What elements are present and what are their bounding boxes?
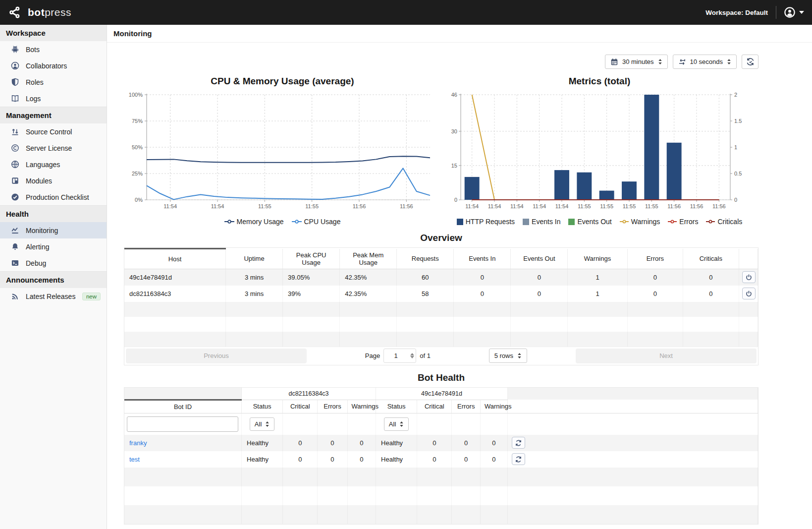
overview-col-warnings[interactable]: Warnings xyxy=(568,249,627,269)
overview-row-49c14e78491d: 49c14e78491d3 mins39.05%42.35%6000100 xyxy=(124,269,758,286)
sidebar-item-modules[interactable]: Modules xyxy=(0,173,107,189)
svg-text:15: 15 xyxy=(451,163,457,169)
refresh-interval-select[interactable]: 10 seconds xyxy=(673,55,737,69)
metrics-chart: 015304600.511.5211:5411:5411:5411:5411:5… xyxy=(441,91,753,214)
refresh-bot-button[interactable] xyxy=(512,437,525,449)
bot-health-cell: 0 xyxy=(318,435,347,451)
bot-health-cell: 0 xyxy=(318,451,347,468)
legend-http-requests[interactable]: HTTP Requests xyxy=(457,218,515,226)
new-badge: new xyxy=(82,293,101,300)
botpress-brand[interactable]: botpress xyxy=(8,5,71,19)
calendar-icon xyxy=(610,58,618,66)
svg-text:11:55: 11:55 xyxy=(600,203,613,209)
legend-warnings[interactable]: Warnings xyxy=(620,218,660,226)
sidebar-item-label: Modules xyxy=(26,177,52,185)
overview-cell: 0 xyxy=(683,286,739,302)
bot-health-col-status-5[interactable]: Status xyxy=(376,400,417,413)
overview-col-peak-cpu-usage[interactable]: Peak CPU Usage xyxy=(283,249,340,269)
previous-page-button[interactable]: Previous xyxy=(126,349,307,363)
cpu-memory-chart-title: CPU & Memory Usage (average) xyxy=(124,76,441,87)
bot-health-cell: Healthy xyxy=(376,435,417,451)
overview-pagination: Previous Page of 1 5 rows Next xyxy=(124,347,758,365)
sidebar-item-latest-releases[interactable]: Latest Releasesnew xyxy=(0,288,107,304)
svg-text:11:54: 11:54 xyxy=(555,203,569,209)
overview-empty-row xyxy=(124,332,758,347)
bot-health-cell: Healthy xyxy=(376,451,417,468)
sidebar-item-bots[interactable]: Bots xyxy=(0,41,107,58)
bot-health-col-critical-6[interactable]: Critical xyxy=(417,400,452,413)
refresh-now-button[interactable] xyxy=(742,55,758,69)
overview-col-criticals[interactable]: Criticals xyxy=(683,249,739,269)
legend-events-out[interactable]: Events Out xyxy=(568,218,611,226)
overview-cell: 0 xyxy=(454,286,511,302)
sidebar-item-languages[interactable]: Languages xyxy=(0,156,107,173)
overview-cell: 0 xyxy=(627,286,683,302)
sidebar-item-logs[interactable]: Logs xyxy=(0,90,107,107)
user-menu[interactable] xyxy=(784,7,804,18)
legend-line-marker xyxy=(292,219,302,224)
select-caret-icon xyxy=(517,353,522,359)
sidebar-item-production-checklist[interactable]: Production Checklist xyxy=(0,189,107,205)
svg-text:2: 2 xyxy=(734,92,737,98)
legend-errors[interactable]: Errors xyxy=(668,218,698,226)
overview-col-host[interactable]: Host xyxy=(124,249,226,269)
bot-health-col-actions xyxy=(507,400,758,413)
bot-health-col-warnings-8[interactable]: Warnings xyxy=(480,400,507,413)
overview-col-events-out[interactable]: Events Out xyxy=(511,249,568,269)
bot-link[interactable]: franky xyxy=(129,439,147,447)
bot-link[interactable]: test xyxy=(129,456,140,463)
legend-memory-usage[interactable]: Memory Usage xyxy=(224,218,284,226)
overview-col-events-in[interactable]: Events In xyxy=(454,249,511,269)
legend-cpu-usage[interactable]: CPU Usage xyxy=(292,218,341,226)
overview-cell: 0 xyxy=(454,269,511,286)
sidebar-section-health: Health xyxy=(0,205,107,222)
rows-per-page-select[interactable]: 5 rows xyxy=(489,349,527,363)
refresh-bot-button[interactable] xyxy=(512,453,525,465)
rss-icon xyxy=(11,292,19,300)
legend-square-marker xyxy=(457,219,463,225)
status-filter-select[interactable]: All xyxy=(250,417,274,431)
legend-line-marker xyxy=(706,219,715,224)
bot-health-col-status-1[interactable]: Status xyxy=(242,400,283,413)
bot-health-title: Bot Health xyxy=(124,372,758,383)
sidebar-item-label: Debug xyxy=(26,259,46,267)
next-page-button[interactable]: Next xyxy=(576,349,757,363)
sidebar-item-alerting[interactable]: Alerting xyxy=(0,238,107,255)
svg-text:30: 30 xyxy=(451,128,457,134)
overview-col-peak-mem-usage[interactable]: Peak Mem Usage xyxy=(340,249,397,269)
refresh-icon xyxy=(746,58,755,66)
legend-events-in[interactable]: Events In xyxy=(523,218,560,226)
sidebar-item-monitoring[interactable]: Monitoring xyxy=(0,222,107,238)
overview-cell: dc82116384c3 xyxy=(124,286,226,302)
sidebar-item-roles[interactable]: Roles xyxy=(0,74,107,90)
bot-health-col-errors-3[interactable]: Errors xyxy=(318,400,347,413)
bot-health-cell: Healthy xyxy=(242,435,283,451)
svg-text:11:54: 11:54 xyxy=(211,203,224,209)
bot-health-col-warnings-4[interactable]: Warnings xyxy=(347,400,376,413)
overview-cell: 3 mins xyxy=(226,269,283,286)
overview-col-uptime[interactable]: Uptime xyxy=(226,249,283,269)
overview-col-requests[interactable]: Requests xyxy=(397,249,454,269)
legend-line-marker xyxy=(668,219,677,224)
sidebar-item-collaborators[interactable]: Collaborators xyxy=(0,58,107,74)
time-range-select[interactable]: 30 minutes xyxy=(605,55,668,69)
page-spinner[interactable] xyxy=(410,353,414,358)
bot-health-col-critical-2[interactable]: Critical xyxy=(283,400,318,413)
bot-health-table: dc82116384c349c14e78491dBot IDStatusCrit… xyxy=(124,388,758,524)
overview-cell: 49c14e78491d xyxy=(124,269,226,286)
bot-id-filter-input[interactable] xyxy=(127,416,238,432)
select-caret-icon xyxy=(265,421,270,427)
sidebar-item-source-control[interactable]: Source Control xyxy=(0,123,107,140)
bot-health-col-bot-id-0[interactable]: Bot ID xyxy=(124,400,242,413)
overview-col-errors[interactable]: Errors xyxy=(627,249,683,269)
bot-health-row-test: testHealthy000Healthy000 xyxy=(124,451,758,468)
topbar: botpress Workspace: Default xyxy=(0,0,812,25)
status-filter-select[interactable]: All xyxy=(384,417,409,431)
shutdown-host-button[interactable] xyxy=(742,271,756,283)
bot-health-col-errors-7[interactable]: Errors xyxy=(452,400,481,413)
sidebar-item-server-license[interactable]: Server License xyxy=(0,140,107,156)
shutdown-host-button[interactable] xyxy=(742,288,756,299)
bot-health-cell: 0 xyxy=(283,435,318,451)
sidebar-item-debug[interactable]: Debug xyxy=(0,255,107,271)
legend-criticals[interactable]: Criticals xyxy=(706,218,742,226)
